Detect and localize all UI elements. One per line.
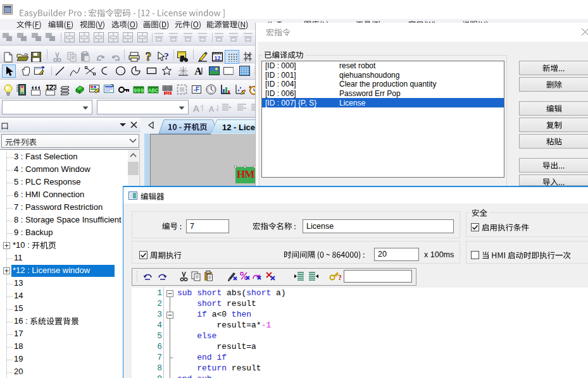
svg-text:?: ? <box>164 51 169 61</box>
svg-text:?: ? <box>338 273 341 281</box>
svg-text:A: A <box>193 103 200 113</box>
svg-text:?: ? <box>146 51 152 63</box>
svg-text:A: A <box>194 66 202 76</box>
svg-text:123: 123 <box>165 92 171 95</box>
svg-text:ABC: ABC <box>148 88 159 94</box>
svg-text:-F: -F <box>194 86 199 93</box>
svg-text:12: 12 <box>214 55 220 61</box>
svg-text:999: 999 <box>134 88 144 94</box>
svg-text:A: A <box>209 105 215 113</box>
